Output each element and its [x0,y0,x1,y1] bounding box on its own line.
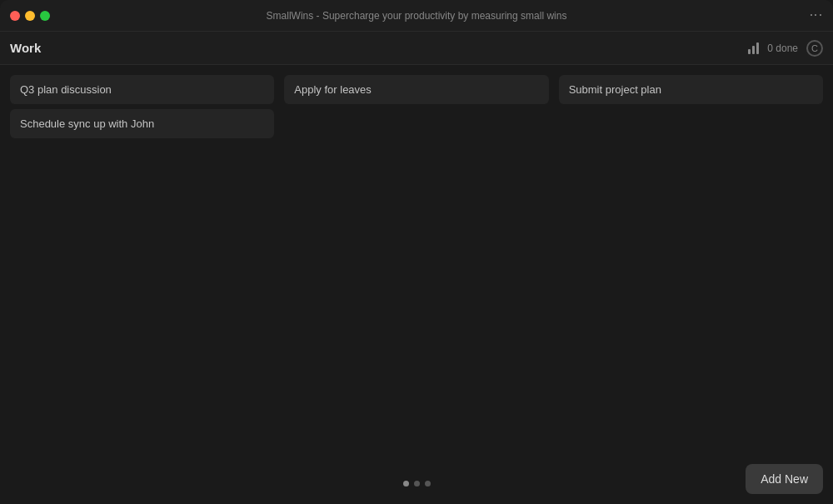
task-item[interactable]: Q3 plan discussion [10,75,274,104]
close-button[interactable] [10,11,20,21]
column-2: Apply for leaves [284,75,548,452]
main-content: Q3 plan discussion Schedule sync up with… [0,65,833,462]
column-1: Q3 plan discussion Schedule sync up with… [10,75,274,452]
page-title: Work [10,41,41,55]
task-item[interactable]: Schedule sync up with John [10,109,274,138]
page-dot-2[interactable] [414,481,420,487]
stats-icon[interactable] [748,42,759,54]
add-new-button[interactable]: Add New [746,464,823,494]
page-dot-1[interactable] [403,481,409,487]
column-3: Submit project plan [559,75,823,452]
page-dot-3[interactable] [425,481,431,487]
app-header: Work 0 done C [0,32,833,65]
task-item[interactable]: Apply for leaves [284,75,548,104]
traffic-lights [0,11,50,21]
bar2 [752,46,755,54]
title-bar: SmallWins - Supercharge your productivit… [0,0,833,32]
header-right: 0 done C [748,40,823,57]
footer [0,462,833,504]
done-badge: 0 done [767,42,798,54]
bar3 [756,42,759,54]
window-title: SmallWins - Supercharge your productivit… [0,10,833,22]
minimize-button[interactable] [25,11,35,21]
header-left: Work [10,41,41,55]
bar1 [748,49,751,54]
task-item[interactable]: Submit project plan [559,75,823,104]
title-bar-menu: ⋮ [809,7,823,23]
user-avatar[interactable]: C [806,40,823,57]
menu-icon[interactable]: ⋮ [808,8,824,22]
avatar-label: C [811,43,818,53]
maximize-button[interactable] [40,11,50,21]
page-dots [403,481,431,487]
